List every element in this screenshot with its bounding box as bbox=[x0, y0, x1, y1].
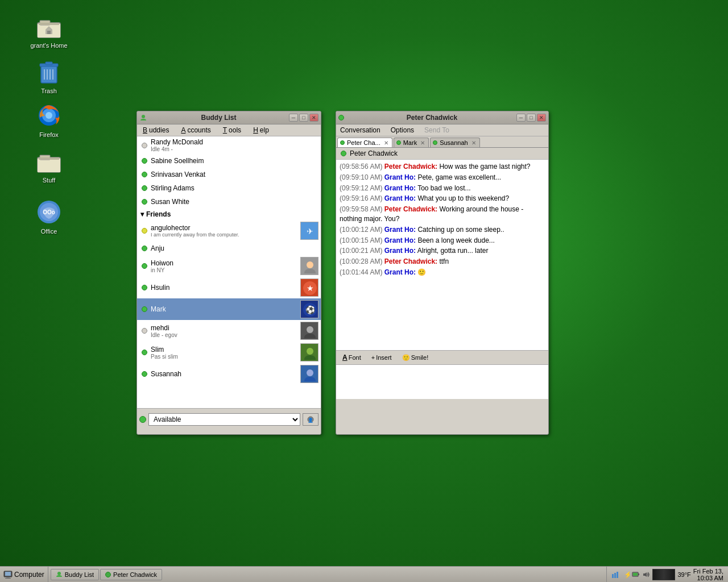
buddy-name-susannah: Susannah bbox=[151, 370, 297, 378]
insert-button[interactable]: + Insert bbox=[369, 353, 395, 362]
msg-4: (09:59:16 AM) Grant Ho: What you up to t… bbox=[340, 194, 545, 203]
smile-button[interactable]: 🙂 Smile! bbox=[399, 353, 432, 363]
tab-close-mark[interactable]: ✕ bbox=[420, 140, 425, 146]
chat-close-button[interactable]: ✕ bbox=[537, 114, 546, 122]
avatar-susannah bbox=[300, 365, 318, 383]
tab-susannah[interactable]: Susannah ✕ bbox=[430, 138, 480, 147]
tab-close-susannah[interactable]: ✕ bbox=[471, 140, 476, 146]
maximize-button[interactable]: □ bbox=[299, 114, 308, 122]
buddy-name-randy: Randy McDonald bbox=[151, 138, 316, 146]
buddy-list-options-btn[interactable]: 👤 bbox=[303, 413, 318, 426]
avatar-slim bbox=[300, 343, 318, 361]
svg-rect-42 bbox=[5, 572, 11, 576]
font-button[interactable]: A Font bbox=[340, 352, 364, 363]
msg-5: (09:59:58 AM) Peter Chadwick: Working ar… bbox=[340, 205, 545, 224]
desktop-icon-home[interactable]: grant's Home bbox=[26, 10, 72, 51]
minimize-button[interactable]: ─ bbox=[289, 114, 298, 122]
msg-1: (09:58:56 AM) Peter Chadwick: How was th… bbox=[340, 162, 545, 172]
menu-help[interactable]: Help bbox=[250, 126, 271, 135]
chat-minimize-button[interactable]: ─ bbox=[516, 114, 526, 122]
svg-point-45 bbox=[57, 572, 61, 575]
taskbar-buddy-list-label: Buddy List bbox=[65, 571, 94, 578]
office-icon: OOo bbox=[35, 198, 63, 226]
svg-rect-44 bbox=[5, 578, 11, 579]
buddy-mehdi[interactable]: mehdi Idle - egov bbox=[137, 320, 321, 342]
desktop-icon-office[interactable]: OOo Office bbox=[26, 196, 72, 237]
status-dot-stirling bbox=[142, 185, 147, 191]
svg-rect-51 bbox=[638, 573, 639, 575]
msg-9: (10:00:28 AM) Peter Chadwick: ttfn bbox=[340, 257, 545, 267]
taskbar-buddy-list[interactable]: Buddy List bbox=[51, 569, 99, 580]
buddy-info-mehdi: mehdi Idle - egov bbox=[151, 324, 297, 338]
taskbar-clock: Fri Feb 13, 10:03 AM bbox=[693, 568, 723, 581]
buddy-info-hoiwon: Hoiwon in NY bbox=[151, 259, 297, 273]
status-select[interactable]: Available Away Invisible Offline bbox=[148, 413, 300, 426]
tab-mark[interactable]: Mark ✕ bbox=[394, 138, 429, 147]
status-dot-sabine bbox=[142, 158, 147, 164]
menu-options[interactable]: Options bbox=[389, 126, 416, 135]
buddy-info-stirling: Stirling Adams bbox=[151, 184, 316, 192]
svg-point-26 bbox=[307, 261, 313, 268]
network-icon bbox=[611, 571, 619, 579]
status-dot-footer bbox=[139, 416, 146, 423]
desktop-icon-firefox[interactable]: Firefox bbox=[26, 99, 72, 140]
taskbar-peter-icon bbox=[105, 572, 111, 577]
buddy-susan[interactable]: Susan White bbox=[137, 195, 321, 209]
insert-icon: + bbox=[371, 354, 375, 361]
friends-group-header[interactable]: ▾ Friends bbox=[137, 209, 321, 220]
close-button[interactable]: ✕ bbox=[309, 114, 318, 122]
taskbar-time: 10:03 AM bbox=[693, 575, 723, 581]
msg-7: (10:00:15 AM) Grant Ho: Been a long week… bbox=[340, 236, 545, 246]
taskbar-buddy-list-icon bbox=[56, 571, 63, 578]
buddy-hoiwon[interactable]: Hoiwon in NY bbox=[137, 255, 321, 277]
buddy-randy[interactable]: Randy McDonald Idle 4m - bbox=[137, 136, 321, 154]
buddy-info-sabine: Sabine Soellheim bbox=[151, 157, 316, 165]
menu-tools[interactable]: Tools bbox=[220, 126, 243, 135]
trash-icon bbox=[35, 58, 63, 85]
chat-messages[interactable]: (09:58:56 AM) Peter Chadwick: How was th… bbox=[336, 160, 548, 350]
home-icon-label: grant's Home bbox=[30, 42, 67, 49]
svg-text:👤: 👤 bbox=[308, 417, 313, 423]
computer-icon bbox=[3, 570, 13, 579]
menu-conversation[interactable]: Conversation bbox=[338, 126, 382, 135]
buddy-sabine[interactable]: Sabine Soellheim bbox=[137, 154, 321, 168]
chat-titlebar[interactable]: Peter Chadwick ─ □ ✕ bbox=[336, 111, 548, 124]
buddy-hsulin[interactable]: Hsulin ★ bbox=[137, 277, 321, 298]
chat-contact-name: Peter Chadwick bbox=[350, 149, 398, 157]
svg-point-36 bbox=[307, 348, 313, 355]
stuff-icon-label: Stuff bbox=[43, 177, 55, 184]
buddy-mark[interactable]: Mark ⚽ bbox=[137, 298, 321, 320]
tab-close-peter[interactable]: ✕ bbox=[384, 140, 388, 146]
status-dot-hsulin bbox=[142, 285, 147, 290]
taskbar-peter-chadwick[interactable]: Peter Chadwick bbox=[100, 569, 162, 580]
buddy-info-randy: Randy McDonald Idle 4m - bbox=[151, 138, 316, 152]
menu-send-to: Send To bbox=[423, 126, 451, 135]
buddy-status-angulohector: I am currently away from the computer. bbox=[151, 232, 297, 238]
stuff-folder-icon bbox=[35, 147, 63, 174]
chat-input[interactable] bbox=[336, 365, 548, 399]
buddy-susannah[interactable]: Susannah bbox=[137, 363, 321, 385]
chat-maximize-button[interactable]: □ bbox=[527, 114, 536, 122]
buddy-list-titlebar[interactable]: Buddy List ─ □ ✕ bbox=[137, 111, 321, 124]
menu-buddies[interactable]: Buddies bbox=[139, 126, 171, 135]
status-dot-srinivasan bbox=[142, 172, 147, 177]
buddy-srinivasan[interactable]: Srinivasan Venkat bbox=[137, 168, 321, 181]
taskbar-system-tray: ⚡ 39°F Fri Feb 13, 10:03 AM bbox=[606, 567, 728, 583]
font-label: Font bbox=[349, 354, 361, 361]
firefox-icon bbox=[35, 102, 63, 129]
buddy-anju[interactable]: Anju bbox=[137, 242, 321, 255]
chat-window-icon bbox=[338, 113, 348, 122]
avatar-angulohector: ✈ bbox=[300, 222, 318, 240]
computer-button[interactable]: Computer bbox=[0, 567, 48, 582]
svg-point-14 bbox=[46, 112, 52, 119]
desktop-icon-trash[interactable]: Trash bbox=[26, 56, 72, 97]
tab-peter-chadwick[interactable]: Peter Cha... ✕ bbox=[337, 138, 392, 147]
menu-accounts[interactable]: Accounts bbox=[177, 126, 212, 135]
home-folder-icon bbox=[35, 13, 63, 40]
buddy-stirling[interactable]: Stirling Adams bbox=[137, 181, 321, 195]
taskbar-date: Fri Feb 13, bbox=[693, 568, 723, 575]
desktop-icon-stuff[interactable]: Stuff bbox=[26, 145, 72, 186]
friends-group-label: Friends bbox=[146, 210, 171, 218]
buddy-angulohector[interactable]: angulohector I am currently away from th… bbox=[137, 220, 321, 242]
buddy-slim[interactable]: Slim Pas si slim bbox=[137, 342, 321, 363]
